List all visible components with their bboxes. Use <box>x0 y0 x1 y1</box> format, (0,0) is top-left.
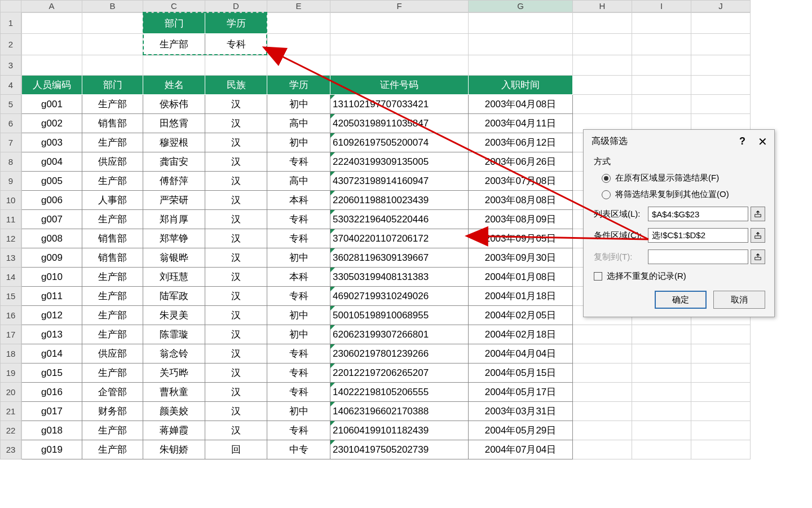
table-header[interactable]: 民族 <box>205 76 267 95</box>
table-cell[interactable]: 2003年06月26日 <box>469 152 573 172</box>
help-icon[interactable]: ? <box>739 135 745 147</box>
table-cell[interactable]: 230602197801239266 <box>330 344 469 364</box>
cell-empty[interactable] <box>330 12 469 34</box>
table-cell[interactable]: g015 <box>21 364 82 383</box>
table-cell[interactable]: 汉 <box>205 152 267 172</box>
table-cell[interactable]: 汉 <box>205 248 267 268</box>
row-header-22[interactable]: 22 <box>0 421 21 440</box>
table-cell[interactable]: 汉 <box>205 287 267 306</box>
col-header-B[interactable]: B <box>82 0 143 12</box>
table-cell[interactable]: 汉 <box>205 344 267 364</box>
cell-empty[interactable] <box>632 34 691 55</box>
row-header-11[interactable]: 11 <box>0 210 21 229</box>
cell-empty[interactable] <box>691 383 751 402</box>
table-cell[interactable]: 回 <box>205 440 267 459</box>
row-header-14[interactable]: 14 <box>0 268 21 287</box>
criteria-range-input[interactable]: 选!$C$1:$D$2 <box>648 228 748 243</box>
cell-empty[interactable] <box>82 55 143 76</box>
cell-empty[interactable] <box>632 12 691 34</box>
cell-empty[interactable] <box>573 325 632 344</box>
cell-empty[interactable] <box>21 34 82 55</box>
row-header-4[interactable]: 4 <box>0 76 21 95</box>
table-cell[interactable]: 财务部 <box>82 402 143 421</box>
table-cell[interactable]: 汉 <box>205 191 267 210</box>
cell-empty[interactable] <box>573 34 632 55</box>
table-cell[interactable]: 专科 <box>267 152 330 172</box>
cell-empty[interactable] <box>632 344 691 364</box>
table-cell[interactable]: 生产部 <box>82 268 143 287</box>
table-cell[interactable]: 穆翌根 <box>143 133 205 152</box>
cell-empty[interactable] <box>573 55 632 76</box>
table-cell[interactable]: 2003年09月30日 <box>469 248 573 268</box>
cell-empty[interactable] <box>82 34 143 55</box>
table-header[interactable]: 姓名 <box>143 76 205 95</box>
table-cell[interactable]: 2004年01月08日 <box>469 268 573 287</box>
cell-empty[interactable] <box>632 402 691 421</box>
cell-empty[interactable] <box>573 76 632 95</box>
table-cell[interactable]: 朱灵美 <box>143 306 205 325</box>
table-cell[interactable]: g010 <box>21 268 82 287</box>
table-cell[interactable]: g013 <box>21 325 82 344</box>
row-header-7[interactable]: 7 <box>0 133 21 152</box>
criteria-value-dept[interactable]: 生产部 <box>143 34 205 55</box>
row-header-21[interactable]: 21 <box>0 402 21 421</box>
cell-empty[interactable] <box>82 12 143 34</box>
table-cell[interactable]: 汉 <box>205 306 267 325</box>
table-cell[interactable]: 222403199309135005 <box>330 152 469 172</box>
table-cell[interactable]: 翁银晔 <box>143 248 205 268</box>
table-cell[interactable]: 2003年07月08日 <box>469 172 573 191</box>
cell-empty[interactable] <box>267 34 330 55</box>
table-cell[interactable]: 2004年02月18日 <box>469 325 573 344</box>
table-cell[interactable]: 初中 <box>267 306 330 325</box>
cell-empty[interactable] <box>691 12 751 34</box>
cell-empty[interactable] <box>691 364 751 383</box>
row-header-13[interactable]: 13 <box>0 248 21 268</box>
table-cell[interactable]: 企管部 <box>82 383 143 402</box>
table-cell[interactable]: 陆军政 <box>143 287 205 306</box>
cell-empty[interactable] <box>573 364 632 383</box>
table-cell[interactable]: 郑肖厚 <box>143 210 205 229</box>
col-header-G[interactable]: G <box>469 0 573 12</box>
cell-empty[interactable] <box>632 95 691 114</box>
select-all-corner[interactable] <box>0 0 21 12</box>
cell-empty[interactable] <box>691 34 751 55</box>
cell-empty[interactable] <box>691 76 751 95</box>
table-cell[interactable]: 汉 <box>205 210 267 229</box>
cell-empty[interactable] <box>573 344 632 364</box>
table-cell[interactable]: 生产部 <box>82 95 143 114</box>
col-header-E[interactable]: E <box>267 0 330 12</box>
table-cell[interactable]: g018 <box>21 421 82 440</box>
table-cell[interactable]: g006 <box>21 191 82 210</box>
row-header-19[interactable]: 19 <box>0 364 21 383</box>
criteria-header-edu[interactable]: 学历 <box>205 12 267 34</box>
table-cell[interactable]: 210604199101182439 <box>330 421 469 440</box>
row-header-5[interactable]: 5 <box>0 95 21 114</box>
table-cell[interactable]: 供应部 <box>82 152 143 172</box>
cell-empty[interactable] <box>691 344 751 364</box>
table-cell[interactable]: 生产部 <box>82 210 143 229</box>
table-cell[interactable]: g017 <box>21 402 82 421</box>
table-cell[interactable]: 汉 <box>205 325 267 344</box>
table-cell[interactable]: 傅舒萍 <box>143 172 205 191</box>
table-cell[interactable]: 230104197505202739 <box>330 440 469 459</box>
table-cell[interactable]: 颜美姣 <box>143 402 205 421</box>
table-cell[interactable]: 620623199307266801 <box>330 325 469 344</box>
table-cell[interactable]: 蒋婵霞 <box>143 421 205 440</box>
table-cell[interactable]: 专科 <box>267 364 330 383</box>
cell-empty[interactable] <box>469 12 573 34</box>
table-cell[interactable]: 610926197505200074 <box>330 133 469 152</box>
table-cell[interactable]: 2003年08月08日 <box>469 191 573 210</box>
cell-empty[interactable] <box>573 440 632 459</box>
row-header-9[interactable]: 9 <box>0 172 21 191</box>
col-header-I[interactable]: I <box>632 0 691 12</box>
cancel-button[interactable]: 取消 <box>713 291 765 309</box>
cell-empty[interactable] <box>330 55 469 76</box>
table-header[interactable]: 人员编码 <box>21 76 82 95</box>
table-cell[interactable]: 370402201107206172 <box>330 229 469 248</box>
table-cell[interactable]: 专科 <box>267 210 330 229</box>
table-cell[interactable]: 生产部 <box>82 306 143 325</box>
table-cell[interactable]: 2004年01月18日 <box>469 287 573 306</box>
table-cell[interactable]: 汉 <box>205 402 267 421</box>
table-cell[interactable]: 2003年04月11日 <box>469 114 573 133</box>
radio-filter-inplace[interactable]: 在原有区域显示筛选结果(F) <box>602 173 765 183</box>
